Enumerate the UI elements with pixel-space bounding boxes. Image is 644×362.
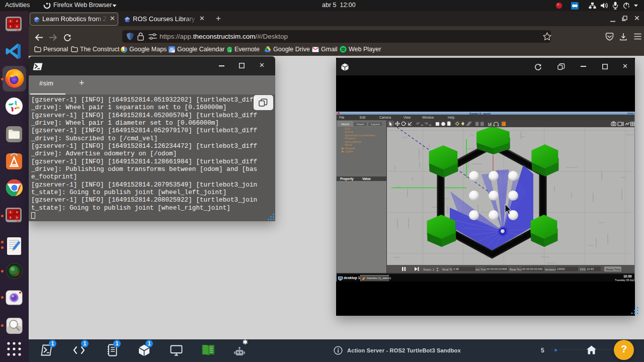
svg-text:▼: ▼ — [436, 269, 439, 272]
svg-text:23505: 23505 — [557, 267, 565, 270]
svg-text:Reset Time: Reset Time — [606, 268, 621, 271]
svg-text:Iterations: Iterations — [545, 268, 557, 271]
svg-text:00 00:00:33.942: 00 00:00:33.942 — [522, 267, 542, 270]
svg-text:Sim Time: Sim Time — [474, 268, 488, 271]
svg-text:Steps: 1: Steps: 1 — [423, 268, 435, 271]
svg-text:FPS: FPS — [580, 268, 586, 271]
svg-text:31: 31 — [170, 47, 174, 51]
svg-text:00 00:00:23.808: 00 00:00:23.808 — [487, 267, 507, 270]
svg-text:12.93: 12.93 — [587, 267, 594, 270]
svg-text:0.98: 0.98 — [453, 267, 459, 270]
svg-text:Real Time: Real Time — [510, 268, 524, 271]
